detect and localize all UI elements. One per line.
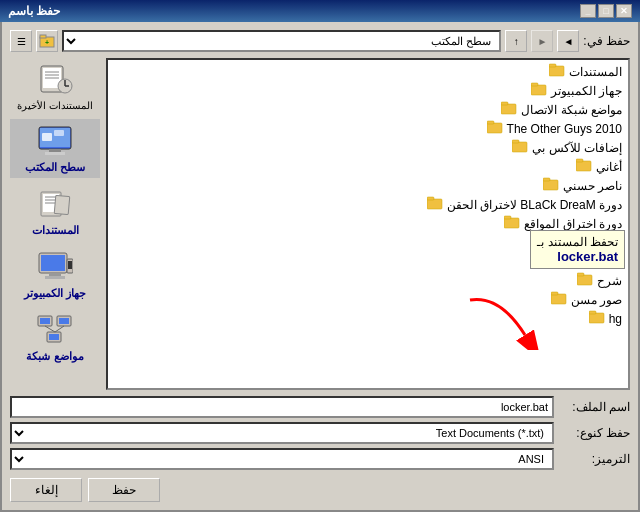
svg-text:+: + bbox=[45, 39, 49, 46]
svg-rect-28 bbox=[551, 292, 558, 295]
svg-rect-3 bbox=[549, 66, 564, 76]
svg-rect-8 bbox=[501, 102, 508, 105]
recent-icon bbox=[35, 62, 75, 98]
sidebar-item-network[interactable]: مواضع شبكة bbox=[10, 308, 100, 367]
list-item-label: ناصر حسني bbox=[563, 179, 622, 193]
encoding-select[interactable]: ANSI bbox=[10, 448, 554, 470]
list-item[interactable]: صور مسن bbox=[110, 290, 626, 309]
cancel-button[interactable]: إلغاء bbox=[10, 478, 82, 502]
svg-rect-19 bbox=[504, 218, 519, 228]
sidebar-item-desktop[interactable]: سطح المكتب bbox=[10, 119, 100, 178]
svg-rect-44 bbox=[54, 130, 64, 136]
svg-rect-25 bbox=[577, 275, 592, 285]
save-in-label: حفظ في: bbox=[583, 34, 630, 48]
up-button[interactable]: ↑ bbox=[505, 30, 527, 52]
desktop-icon bbox=[35, 123, 75, 159]
encoding-label: الترميز: bbox=[560, 452, 630, 466]
folder-icon bbox=[501, 101, 517, 118]
folder-icon bbox=[549, 63, 565, 80]
list-item-label: The Other Guys 2010 bbox=[507, 122, 622, 136]
list-item-label: مواضع شبكة الاتصال bbox=[521, 103, 622, 117]
filetype-select[interactable]: Text Documents (*.txt) bbox=[10, 422, 554, 444]
file-list[interactable]: المستندات جهاز الكمبيوتر مواضع شبكة الات… bbox=[106, 58, 630, 390]
folder-icon bbox=[551, 291, 567, 308]
folder-icon bbox=[487, 120, 503, 137]
svg-rect-20 bbox=[504, 216, 511, 219]
sidebar-item-documents-label: المستندات bbox=[32, 224, 79, 237]
svg-rect-52 bbox=[41, 255, 65, 271]
svg-line-63 bbox=[45, 326, 55, 332]
svg-rect-29 bbox=[589, 313, 604, 323]
folder-icon bbox=[576, 158, 592, 175]
filetype-label: حفظ كنوع: bbox=[560, 426, 630, 440]
filename-input[interactable] bbox=[10, 396, 554, 418]
sidebar: المستندات الأخيرة سطح المكتب bbox=[10, 58, 100, 390]
sidebar-item-network-label: مواضع شبكة bbox=[26, 350, 83, 363]
list-item[interactable]: مواضع شبكة الاتصال bbox=[110, 100, 626, 119]
filename-row: اسم الملف: bbox=[10, 396, 630, 418]
list-item-label: صور مسن bbox=[571, 293, 622, 307]
svg-rect-6 bbox=[531, 83, 538, 86]
svg-rect-41 bbox=[49, 149, 61, 152]
svg-rect-15 bbox=[543, 180, 558, 190]
svg-line-64 bbox=[55, 326, 64, 332]
svg-rect-50 bbox=[54, 195, 70, 214]
tooltip-box: تحفظ المستند بـ locker.bat bbox=[530, 230, 625, 269]
location-combo[interactable]: سطح المكتب bbox=[62, 30, 501, 52]
back-button[interactable]: ◄ bbox=[557, 30, 579, 52]
svg-rect-10 bbox=[487, 121, 494, 124]
folder-icon bbox=[531, 82, 547, 99]
list-item-label: إضافات للآكس بي bbox=[532, 141, 622, 155]
sidebar-item-computer-label: جهاز الكمبيوتر bbox=[24, 287, 86, 300]
sidebar-item-documents[interactable]: المستندات bbox=[10, 182, 100, 241]
svg-rect-5 bbox=[531, 85, 546, 95]
network-icon bbox=[35, 312, 75, 348]
title-bar: ✕ □ _ حفظ باسم bbox=[0, 0, 640, 22]
svg-rect-7 bbox=[501, 104, 516, 114]
bottom-section: اسم الملف: حفظ كنوع: Text Documents (*.t… bbox=[10, 396, 630, 502]
views-button[interactable]: ☰ bbox=[10, 30, 32, 52]
list-item[interactable]: The Other Guys 2010 bbox=[110, 119, 626, 138]
svg-rect-11 bbox=[512, 142, 527, 152]
encoding-row: الترميز: ANSI bbox=[10, 448, 630, 470]
sidebar-item-computer[interactable]: جهاز الكمبيوتر bbox=[10, 245, 100, 304]
list-item[interactable]: إضافات للآكس بي bbox=[110, 138, 626, 157]
svg-rect-58 bbox=[40, 318, 50, 324]
list-item-label: شرح bbox=[597, 274, 622, 288]
svg-rect-18 bbox=[427, 197, 434, 200]
svg-rect-1 bbox=[40, 35, 46, 38]
svg-rect-9 bbox=[487, 123, 502, 133]
list-item[interactable]: hg bbox=[110, 309, 626, 328]
svg-rect-12 bbox=[512, 140, 519, 143]
list-item[interactable]: دورة BLaCk DreаM لاختراق الحقن bbox=[110, 195, 626, 214]
list-item[interactable]: ناصر حسني bbox=[110, 176, 626, 195]
list-item[interactable]: المستندات bbox=[110, 62, 626, 81]
folder-icon bbox=[427, 196, 443, 213]
arrow-indicator bbox=[460, 290, 540, 353]
forward-button[interactable]: ► bbox=[531, 30, 553, 52]
svg-rect-16 bbox=[543, 178, 550, 181]
save-button[interactable]: حفظ bbox=[88, 478, 160, 502]
list-item[interactable]: شرح bbox=[110, 271, 626, 290]
svg-rect-62 bbox=[49, 334, 59, 340]
list-item-label: المستندات bbox=[569, 65, 622, 79]
title-bar-buttons[interactable]: ✕ □ _ bbox=[580, 4, 632, 18]
minimize-button[interactable]: _ bbox=[580, 4, 596, 18]
sidebar-item-recent[interactable]: المستندات الأخيرة bbox=[10, 58, 100, 115]
folder-icon bbox=[589, 310, 605, 327]
maximize-button[interactable]: □ bbox=[598, 4, 614, 18]
dialog-title: حفظ باسم bbox=[8, 4, 60, 18]
list-item-label: دورة اختراق المواقع bbox=[524, 217, 622, 231]
list-item-label: hg bbox=[609, 312, 622, 326]
create-folder-button[interactable]: + bbox=[36, 30, 58, 52]
svg-rect-13 bbox=[576, 161, 591, 171]
svg-rect-26 bbox=[577, 273, 584, 276]
folder-icon bbox=[543, 177, 559, 194]
sidebar-item-recent-label: المستندات الأخيرة bbox=[17, 100, 93, 111]
close-button[interactable]: ✕ bbox=[616, 4, 632, 18]
list-item[interactable]: أغاني bbox=[110, 157, 626, 176]
list-item[interactable]: جهاز الكمبيوتر bbox=[110, 81, 626, 100]
svg-rect-53 bbox=[49, 273, 61, 276]
computer-icon bbox=[35, 249, 75, 285]
folder-icon bbox=[504, 215, 520, 232]
